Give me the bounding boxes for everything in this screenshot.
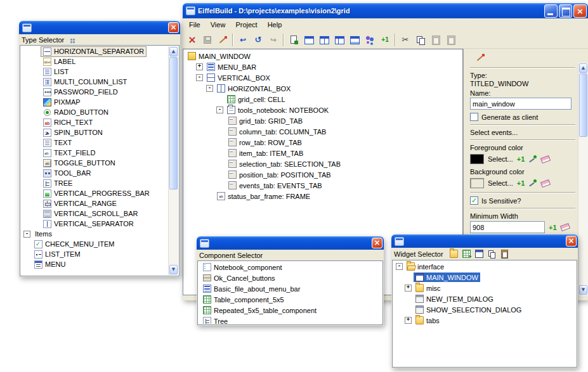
copy-button[interactable] <box>413 32 428 48</box>
tree-row[interactable]: Table_component_5x5 <box>199 294 382 305</box>
redo-button[interactable] <box>266 32 281 48</box>
tree-row[interactable]: Repeated_5x5_table_component <box>199 305 382 316</box>
name-input[interactable] <box>470 98 572 110</box>
tree-row[interactable]: SPIN_BUTTON <box>21 127 168 138</box>
tree-row[interactable]: -interface <box>393 261 576 272</box>
tree-row[interactable]: VERTICAL_SEPARATOR <box>21 219 168 229</box>
tree-row[interactable]: column_tab: COLUMN_TAB <box>183 126 462 137</box>
tree-row[interactable]: +MENU_BAR <box>183 61 462 72</box>
undo-all-button[interactable] <box>251 32 266 48</box>
background-pick-color-icon[interactable] <box>528 179 537 188</box>
scroll-down-button[interactable] <box>169 265 178 274</box>
tree-row[interactable]: PASSWORD_FIELD <box>21 87 168 97</box>
properties-scrollbar[interactable] <box>578 63 588 295</box>
close-button[interactable] <box>566 236 577 247</box>
style-wand-button[interactable] <box>215 32 230 48</box>
tree-row[interactable]: TOGGLE_BUTTON <box>21 158 168 168</box>
tree-row[interactable]: TEXT <box>21 138 168 148</box>
menu-help[interactable]: Help <box>263 20 287 30</box>
tree-row[interactable]: MULTI_COLUMN_LIST <box>21 77 168 87</box>
foreground-add-one-icon[interactable] <box>517 155 525 164</box>
close-button[interactable] <box>573 4 587 18</box>
minimum-width-input[interactable] <box>470 221 545 233</box>
tree-row[interactable]: CHECK_MENU_ITEM <box>21 239 168 249</box>
titlebar[interactable] <box>391 234 578 248</box>
tree-row[interactable]: VERTICAL_PROGRESS_BAR <box>21 188 168 198</box>
select-events-link[interactable]: Select events... <box>470 129 575 136</box>
window-icon[interactable] <box>475 250 483 258</box>
foreground-select-link[interactable]: Select... <box>488 155 513 163</box>
generate-button[interactable] <box>286 32 301 48</box>
collapse-icon[interactable]: - <box>196 74 203 81</box>
tree-row[interactable]: grid_tab: GRID_TAB <box>183 115 462 126</box>
tree-row[interactable]: LIST_ITEM <box>21 249 168 259</box>
close-button[interactable] <box>372 238 382 248</box>
background-color-swatch[interactable] <box>470 178 484 188</box>
users-button[interactable] <box>362 32 377 48</box>
tree-row[interactable]: VERTICAL_RANGE <box>21 198 168 208</box>
collapse-icon[interactable]: - <box>206 85 213 92</box>
expand-icon[interactable]: + <box>405 285 412 292</box>
cut-button[interactable] <box>398 32 413 48</box>
tree-row[interactable]: LABEL <box>21 56 168 67</box>
background-select-link[interactable]: Select... <box>488 179 513 187</box>
close-button[interactable] <box>168 22 179 33</box>
tree-row[interactable]: LIST <box>21 67 168 77</box>
foreground-pick-color-icon[interactable] <box>528 155 537 164</box>
tree-row[interactable]: PIXMAP <box>21 97 168 107</box>
tree-row[interactable]: -Items <box>21 229 168 239</box>
menu-project[interactable]: Project <box>230 20 262 30</box>
collapse-icon[interactable]: - <box>396 263 403 270</box>
tree-row[interactable]: RADIO_BUTTON <box>21 107 168 117</box>
new-folder-icon[interactable] <box>450 250 458 258</box>
minimum-width-reset-icon[interactable] <box>559 223 570 231</box>
generate-client-checkbox[interactable] <box>470 113 478 121</box>
tree-row[interactable]: events_tab: EVENTS_TAB <box>183 180 462 191</box>
expand-icon[interactable]: + <box>405 317 412 324</box>
tree-row[interactable]: +misc <box>393 283 576 293</box>
tree-row[interactable]: Tree <box>199 316 382 324</box>
foreground-color-swatch[interactable] <box>470 154 484 164</box>
type-list-scrollbar[interactable] <box>168 46 178 275</box>
paste-special-button[interactable] <box>443 32 459 48</box>
tree-row[interactable]: row_tab: ROW_TAB <box>183 137 462 148</box>
tree-row[interactable]: RICH_TEXT <box>21 117 168 127</box>
split-window-button[interactable] <box>317 32 332 48</box>
tree-row[interactable]: TREE <box>21 178 168 188</box>
titlebar[interactable] <box>19 21 180 34</box>
menu-file[interactable]: File <box>184 20 206 30</box>
grip-icon[interactable] <box>70 39 72 41</box>
collapse-icon[interactable]: - <box>23 231 30 238</box>
tree-row[interactable]: -VERTICAL_BOX <box>183 72 462 83</box>
titlebar[interactable] <box>197 236 384 250</box>
expand-icon[interactable]: + <box>196 63 203 70</box>
minimum-width-add-one-icon[interactable] <box>549 223 557 232</box>
tree-row[interactable]: -HORIZONTAL_BOX <box>183 83 462 94</box>
menu-view[interactable]: View <box>206 20 231 30</box>
tree-row[interactable]: position_tab: POSITION_TAB <box>183 169 462 180</box>
add-component-icon[interactable] <box>462 250 471 258</box>
paste-icon[interactable] <box>500 250 509 258</box>
add-one-button[interactable] <box>377 32 393 48</box>
tree-row[interactable]: SHOW_SELECTION_DIALOG <box>393 304 576 315</box>
titlebar[interactable]: EiffelBuild - D:\projects\examples\visio… <box>183 3 588 18</box>
copy-icon[interactable] <box>488 250 496 258</box>
tree-row[interactable]: TOOL_BAR <box>21 168 168 178</box>
scrollbar-thumb[interactable] <box>169 57 178 189</box>
background-add-one-icon[interactable] <box>517 179 525 188</box>
tree-row[interactable]: selection_tab: SELECTION_TAB <box>183 158 462 169</box>
scrollbar-thumb[interactable] <box>579 74 587 137</box>
tree-row[interactable]: TEXT_FIELD <box>21 148 168 158</box>
window-tool-button[interactable] <box>301 32 317 48</box>
tree-row[interactable]: VERTICAL_SCROLL_BAR <box>21 208 168 219</box>
tree-row[interactable]: Basic_file_about_menu_bar <box>199 283 382 294</box>
minimize-button[interactable] <box>544 4 558 18</box>
scroll-down-button[interactable] <box>579 285 587 295</box>
undo-button[interactable] <box>235 32 251 48</box>
component-window-button[interactable] <box>347 32 362 48</box>
tree-row[interactable]: -tools_notebook: NOTEBOOK <box>183 105 462 115</box>
tree-row[interactable]: HORIZONTAL_SEPARATOR <box>21 46 168 56</box>
tree-row[interactable]: grid_cell: CELL <box>183 94 462 105</box>
tree-row[interactable]: NEW_ITEM_DIALOG <box>393 293 576 304</box>
scroll-up-button[interactable] <box>169 47 178 56</box>
